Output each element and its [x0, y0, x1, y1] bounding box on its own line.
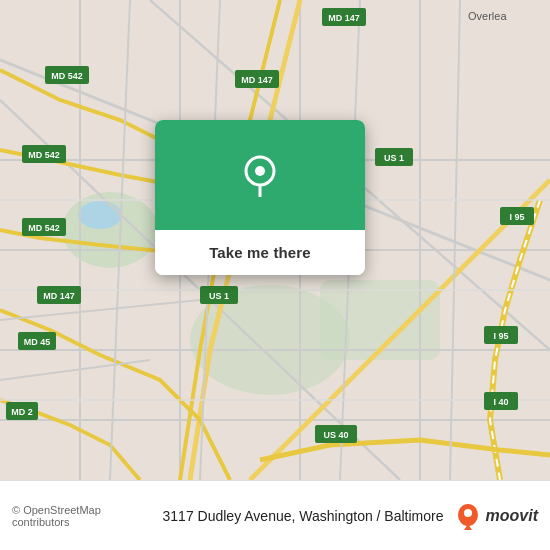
svg-text:MD 147: MD 147 [241, 75, 273, 85]
svg-text:MD 542: MD 542 [28, 150, 60, 160]
take-me-there-button[interactable]: Take me there [155, 230, 365, 275]
svg-text:MD 542: MD 542 [28, 223, 60, 233]
svg-point-55 [255, 166, 265, 176]
moovit-brand-text: moovit [486, 507, 538, 525]
location-pin-icon [238, 153, 282, 197]
popup-top-area [155, 120, 365, 230]
map-container: MD 147 MD 542 MD 542 MD 542 MD 147 US 1 … [0, 0, 550, 480]
svg-text:US 1: US 1 [209, 291, 229, 301]
svg-text:Overlea: Overlea [468, 10, 507, 22]
svg-text:MD 542: MD 542 [51, 71, 83, 81]
svg-point-57 [464, 509, 472, 517]
svg-text:US 1: US 1 [384, 153, 404, 163]
svg-text:I 95: I 95 [509, 212, 524, 222]
svg-text:I 40: I 40 [493, 397, 508, 407]
svg-point-4 [78, 201, 122, 229]
svg-text:MD 147: MD 147 [43, 291, 75, 301]
moovit-pin-icon [454, 502, 482, 530]
bottom-bar: © OpenStreetMap contributors 3117 Dudley… [0, 480, 550, 550]
svg-text:MD 147: MD 147 [328, 13, 360, 23]
copyright-text: © OpenStreetMap contributors [12, 504, 153, 528]
address-text: 3117 Dudley Avenue, Washington / Baltimo… [163, 508, 444, 524]
popup-card: Take me there [155, 120, 365, 275]
moovit-logo: moovit [454, 502, 538, 530]
svg-text:I 95: I 95 [493, 331, 508, 341]
svg-text:US 40: US 40 [323, 430, 348, 440]
svg-text:MD 45: MD 45 [24, 337, 51, 347]
svg-text:MD 2: MD 2 [11, 407, 33, 417]
